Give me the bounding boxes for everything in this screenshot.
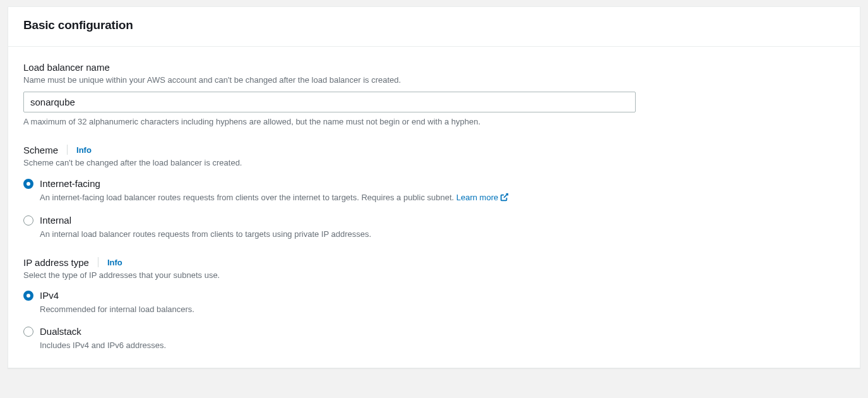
scheme-info-link[interactable]: Info: [76, 145, 92, 155]
scheme-option-internal: Internal An internal load balancer route…: [23, 214, 845, 241]
radio-desc-internal: An internal load balancer routes request…: [40, 228, 845, 241]
radio-label-internet-facing[interactable]: Internet-facing: [40, 177, 845, 190]
divider: [98, 257, 98, 267]
radio-label-dualstack[interactable]: Dualstack: [40, 325, 845, 338]
radio-desc-dualstack: Includes IPv4 and IPv6 addresses.: [40, 339, 845, 352]
radio-label-ipv4[interactable]: IPv4: [40, 289, 845, 302]
panel-title: Basic configuration: [23, 18, 845, 32]
radio-dualstack[interactable]: [23, 327, 33, 337]
divider: [67, 145, 68, 155]
basic-config-panel: Basic configuration Load balancer name N…: [8, 6, 860, 368]
radio-internet-facing[interactable]: [23, 179, 33, 189]
panel-body: Load balancer name Name must be unique w…: [8, 47, 860, 368]
scheme-option-internet-facing: Internet-facing An internet-facing load …: [23, 177, 845, 205]
ip-type-helper: Select the type of IP addresses that you…: [23, 270, 845, 282]
radio-ipv4[interactable]: [23, 291, 33, 301]
radio-internal[interactable]: [23, 215, 33, 226]
lb-name-helper: Name must be unique within your AWS acco…: [23, 75, 845, 87]
external-link-icon: [500, 193, 509, 205]
ip-type-radio-group: IPv4 Recommended for internal load balan…: [23, 289, 845, 351]
ip-type-info-link[interactable]: Info: [107, 258, 122, 267]
scheme-field: Scheme Info Scheme can't be changed afte…: [23, 145, 845, 241]
scheme-helper: Scheme can't be changed after the load b…: [23, 157, 845, 169]
ip-type-label: IP address type: [23, 257, 89, 268]
lb-name-label: Load balancer name: [23, 62, 110, 73]
radio-desc-ipv4: Recommended for internal load balancers.: [40, 303, 845, 316]
panel-header: Basic configuration: [8, 7, 860, 47]
learn-more-link[interactable]: Learn more: [456, 193, 509, 202]
lb-name-constraint: A maximum of 32 alphanumeric characters …: [23, 116, 845, 128]
lb-name-field: Load balancer name Name must be unique w…: [23, 62, 845, 128]
ip-option-ipv4: IPv4 Recommended for internal load balan…: [23, 289, 845, 316]
radio-desc-internet-facing: An internet-facing load balancer routes …: [40, 191, 845, 205]
radio-label-internal[interactable]: Internal: [40, 214, 845, 227]
ip-type-field: IP address type Info Select the type of …: [23, 257, 845, 352]
scheme-radio-group: Internet-facing An internet-facing load …: [23, 177, 845, 241]
scheme-label: Scheme: [23, 145, 58, 155]
ip-option-dualstack: Dualstack Includes IPv4 and IPv6 address…: [23, 325, 845, 352]
lb-name-input[interactable]: [23, 92, 636, 112]
